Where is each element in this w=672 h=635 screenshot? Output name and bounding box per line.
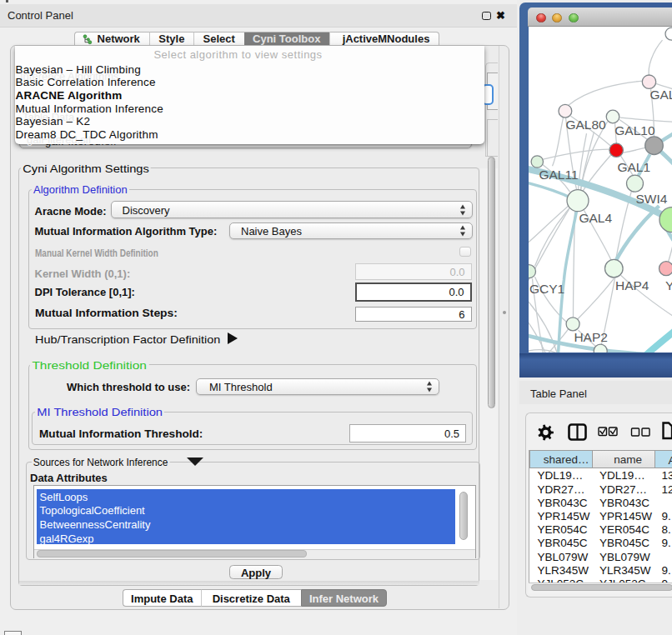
svg-text:GAL80: GAL80 — [565, 118, 605, 132]
svg-text:GAL7: GAL7 — [649, 88, 672, 102]
svg-text:GAL10: GAL10 — [614, 123, 654, 138]
svg-text:Y: Y — [664, 278, 672, 292]
svg-text:SWI4: SWI4 — [635, 192, 667, 206]
svg-text:GCY1: GCY1 — [529, 281, 564, 295]
svg-text:GAL11: GAL11 — [539, 168, 578, 182]
svg-text:HAP2: HAP2 — [574, 330, 607, 344]
svg-text:GAL1: GAL1 — [617, 159, 650, 173]
svg-text:HAP4: HAP4 — [614, 278, 649, 292]
svg-text:GAL4: GAL4 — [579, 211, 612, 225]
